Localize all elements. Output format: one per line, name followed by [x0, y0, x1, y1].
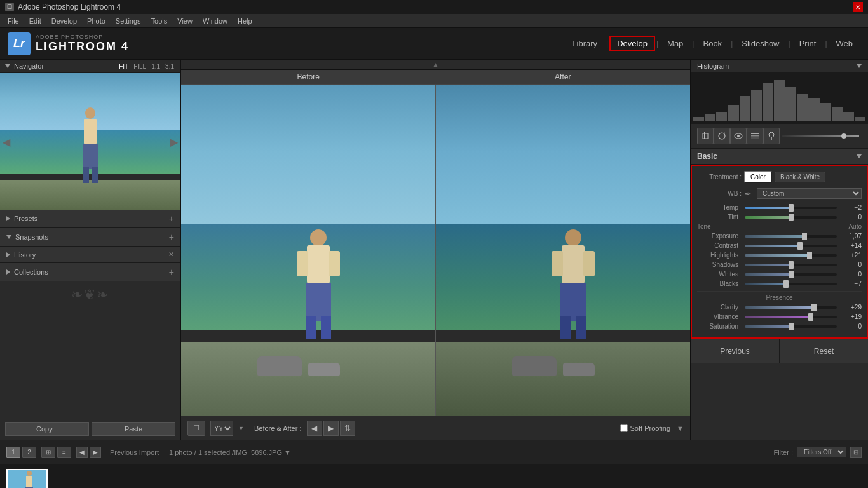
menu-help[interactable]: Help — [233, 16, 257, 26]
blacks-track[interactable] — [745, 283, 837, 285]
prev-nav-btn[interactable]: ◀ — [76, 447, 88, 458]
svg-rect-21 — [703, 133, 708, 139]
menu-window[interactable]: Window — [198, 16, 233, 26]
adjustment-brush-btn[interactable] — [763, 128, 780, 144]
lr-text-top: ADOBE PHOTOSHOP — [36, 34, 129, 40]
page-1-btn[interactable]: 1 — [6, 447, 20, 458]
vibrance-track[interactable] — [745, 316, 837, 318]
nav-slideshow[interactable]: Slideshow — [734, 36, 787, 51]
clarity-thumb[interactable] — [811, 304, 817, 311]
grid-btn[interactable]: ⊞ — [41, 447, 55, 458]
collections-header[interactable]: Collections + — [0, 263, 180, 281]
collections-add-btn[interactable]: + — [169, 267, 174, 277]
nav-library[interactable]: Library — [564, 36, 605, 51]
history-title: History — [6, 251, 36, 259]
nav-web[interactable]: Web — [829, 36, 861, 51]
photo-dropdown[interactable]: ▼ — [284, 449, 291, 456]
menu-develop[interactable]: Develop — [46, 16, 82, 26]
wb-select[interactable]: Custom As Shot Auto Daylight Cloudy Shad… — [757, 188, 862, 199]
svg-rect-18 — [583, 251, 595, 276]
copy-button[interactable]: Copy... — [5, 422, 89, 436]
vibrance-thumb[interactable] — [808, 313, 813, 321]
menu-tools[interactable]: Tools — [146, 16, 173, 26]
exposure-thumb[interactable] — [802, 233, 807, 240]
presets-header[interactable]: Presets + — [0, 210, 180, 227]
previous-button[interactable]: Previous — [691, 339, 780, 363]
zoom-fill[interactable]: FILL — [132, 63, 147, 70]
thumbnail-item[interactable]: ✎ — [6, 469, 48, 488]
temp-track[interactable] — [745, 207, 837, 209]
nav-buttons: ◀ ▶ — [76, 447, 101, 458]
nav-map[interactable]: Map — [660, 36, 691, 51]
navigator-header[interactable]: Navigator FIT FILL 1:1 3:1 — [0, 60, 180, 73]
nav-develop[interactable]: Develop — [609, 36, 655, 51]
filmstrip-view-btn[interactable]: ≡ — [57, 447, 71, 458]
menu-file[interactable]: File — [3, 16, 24, 26]
blacks-thumb[interactable] — [783, 280, 789, 288]
zoom-1-1[interactable]: 1:1 — [150, 63, 161, 70]
clarity-track[interactable] — [745, 306, 837, 309]
red-eye-btn[interactable] — [730, 128, 747, 144]
shadows-thumb[interactable] — [789, 261, 794, 269]
view-mode-button[interactable]: ☐ — [187, 421, 205, 436]
tint-thumb[interactable] — [789, 214, 794, 221]
reset-button[interactable]: Reset — [780, 339, 868, 363]
zoom-fit[interactable]: FIT — [118, 63, 130, 70]
filter-icon[interactable]: ⊟ — [850, 447, 862, 458]
nav-print[interactable]: Print — [792, 36, 824, 51]
tint-track[interactable] — [745, 216, 837, 219]
view-mode-select[interactable]: YY — [210, 421, 233, 436]
page-2-btn[interactable]: 2 — [22, 447, 36, 458]
color-treatment-btn[interactable]: Color — [744, 171, 772, 183]
before-after-left-btn[interactable]: ◀ — [307, 421, 322, 436]
histogram-header[interactable]: Histogram — [691, 60, 868, 73]
saturation-track[interactable] — [745, 325, 837, 328]
before-after-swap-btn[interactable]: ⇅ — [340, 421, 355, 436]
menu-photo[interactable]: Photo — [82, 16, 111, 26]
snapshots-add-btn[interactable]: + — [169, 232, 174, 242]
menu-settings[interactable]: Settings — [111, 16, 146, 26]
contrast-thumb[interactable] — [797, 242, 803, 250]
soft-proofing-checkbox[interactable] — [620, 424, 628, 432]
histogram-collapse-icon — [857, 64, 862, 68]
whites-track[interactable] — [745, 273, 837, 276]
crop-tool-btn[interactable] — [697, 128, 714, 144]
before-after-right-btn[interactable]: ▶ — [323, 421, 339, 436]
history-header[interactable]: History ✕ — [0, 247, 180, 262]
next-nav-btn[interactable]: ▶ — [90, 447, 101, 458]
temp-fill — [745, 207, 791, 209]
top-navigation: Lr ADOBE PHOTOSHOP LIGHTROOM 4 Library |… — [0, 28, 868, 60]
bw-treatment-btn[interactable]: Black & White — [775, 172, 825, 182]
saturation-thumb[interactable] — [789, 323, 794, 330]
highlights-track[interactable] — [745, 254, 837, 257]
tint-label: Tint — [697, 214, 738, 220]
temp-thumb[interactable] — [789, 204, 794, 212]
zoom-3-1[interactable]: 3:1 — [164, 63, 175, 70]
highlights-thumb[interactable] — [807, 252, 812, 259]
contrast-track[interactable] — [745, 245, 837, 247]
nav-book[interactable]: Book — [695, 36, 729, 51]
paste-button[interactable]: Paste — [92, 422, 175, 436]
graduated-filter-btn[interactable] — [747, 128, 763, 144]
wb-eyedropper-icon[interactable]: ✒ — [744, 189, 752, 199]
view-mode-dropdown[interactable]: ▼ — [238, 425, 244, 431]
spot-removal-btn[interactable] — [714, 128, 730, 144]
navigator-prev-arrow[interactable]: ◀ — [0, 133, 13, 150]
snapshots-header[interactable]: Snapshots + — [0, 228, 180, 246]
shadows-track[interactable] — [745, 264, 837, 266]
exposure-track[interactable] — [745, 235, 837, 238]
whites-thumb[interactable] — [789, 271, 794, 278]
history-close-btn[interactable]: ✕ — [168, 250, 174, 259]
toolbar-dropdown-arrow[interactable]: ▼ — [677, 424, 684, 432]
tool-icons-row — [691, 124, 868, 149]
presets-add-btn[interactable]: + — [169, 214, 174, 224]
menu-view[interactable]: View — [172, 16, 198, 26]
basic-section-header[interactable]: Basic — [691, 149, 868, 165]
menu-edit[interactable]: Edit — [24, 16, 46, 26]
navigator-next-arrow[interactable]: ▶ — [168, 133, 180, 150]
highlights-slider-row: Highlights +21 — [697, 252, 862, 259]
close-button[interactable]: ✕ — [853, 2, 863, 12]
filter-select[interactable]: Filters Off — [797, 447, 846, 458]
tone-auto-btn[interactable]: Auto — [848, 223, 862, 230]
highlights-fill — [745, 254, 810, 257]
